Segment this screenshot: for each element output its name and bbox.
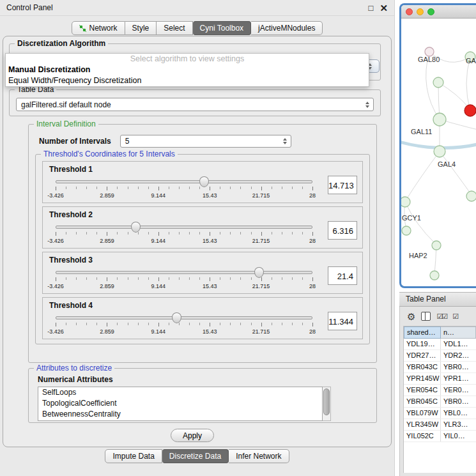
columns-icon[interactable] xyxy=(421,312,431,321)
list-scrollbar[interactable] xyxy=(323,387,331,421)
slider-ticks xyxy=(56,187,312,191)
threshold-value-field[interactable]: 11.344 xyxy=(328,312,357,330)
table-cell: YBL0… xyxy=(441,408,476,418)
tab-label: Select xyxy=(164,24,185,33)
table-panel-toolbar: ⚙ ☑☑ ☑ xyxy=(400,307,476,326)
svg-text:GAL11: GAL11 xyxy=(411,128,432,135)
float-window-icon[interactable]: □ xyxy=(369,4,374,12)
group-title: Attributes to discretize xyxy=(34,364,114,373)
algorithm-option[interactable]: Equal Width/Frequency Discretization xyxy=(6,75,369,86)
table-cell: YDL1… xyxy=(441,339,476,349)
gear-icon[interactable]: ⚙ xyxy=(407,312,415,321)
network-canvas[interactable]: GAL80 GA GAL11 GAL4 GCY1 HAP2 xyxy=(401,19,476,288)
network-node xyxy=(434,146,445,157)
table-data-combo[interactable]: galFiltered.sif default node xyxy=(16,98,374,111)
slider-track[interactable] xyxy=(56,271,312,274)
selected-network-node[interactable] xyxy=(464,105,476,116)
network-icon xyxy=(79,25,86,32)
threshold-label: Threshold 3 xyxy=(49,256,357,265)
table-cell: YDL19… xyxy=(404,339,441,349)
tab-select[interactable]: Select xyxy=(157,21,192,35)
control-panel-titlebar: Control Panel □ ✕ xyxy=(0,0,394,16)
top-tab-bar: NetworkStyleSelectCyni ToolboxjActiveMNo… xyxy=(0,21,394,35)
close-icon[interactable]: ✕ xyxy=(380,4,388,12)
group-title: Threshold's Coordinates for 5 Intervals xyxy=(41,150,178,159)
tab-network[interactable]: Network xyxy=(72,21,125,35)
table-row[interactable]: YER054CYER0… xyxy=(404,385,476,396)
group-title: Interval Definition xyxy=(34,119,98,129)
network-window-titlebar xyxy=(401,5,476,19)
slider-ticks xyxy=(56,323,312,327)
tab-label: Impute Data xyxy=(112,452,154,461)
slider-thumb[interactable] xyxy=(172,312,181,323)
numerical-attributes-title: Numerical Attributes xyxy=(38,375,376,384)
threshold-value-field[interactable]: 21.4 xyxy=(328,266,357,285)
threshold-value-field[interactable]: 6.316 xyxy=(328,221,357,240)
num-intervals-combo[interactable]: 5 xyxy=(120,135,291,148)
bottom-tab-bar: Impute DataDiscretize DataInfer Network xyxy=(0,449,394,463)
toggle-columns-icon[interactable]: ☑ xyxy=(452,312,457,321)
tab-infer-network[interactable]: Infer Network xyxy=(229,449,289,463)
tab-jactivemnodules[interactable]: jActiveMNodules xyxy=(251,21,323,35)
table-row[interactable]: YPR145WYPR1… xyxy=(404,373,476,385)
algorithm-dropdown-popup: Select algorithm to view settings Manual… xyxy=(5,53,369,87)
slider-thumb[interactable] xyxy=(131,222,141,233)
table-row[interactable]: YDR27…YDR2… xyxy=(404,350,476,362)
svg-text:GAL80: GAL80 xyxy=(418,56,440,63)
slider-track[interactable] xyxy=(56,180,312,183)
tab-label: Network xyxy=(89,24,118,33)
close-traffic-light-icon[interactable] xyxy=(406,8,413,15)
svg-text:GAL4: GAL4 xyxy=(438,160,456,168)
algorithm-option[interactable]: Manual Discretization xyxy=(6,65,369,75)
table-panel-header[interactable]: Table Panel xyxy=(399,292,476,307)
slider-track[interactable] xyxy=(56,226,312,229)
algorithm-options: Manual DiscretizationEqual Width/Frequen… xyxy=(6,65,369,86)
node-table: shared…n… YDL19…YDL1…YDR27…YDR2…YBR043CY… xyxy=(403,326,476,473)
apply-button[interactable]: Apply xyxy=(171,429,214,442)
threshold-panel: Threshold 4 -3.4262.8599.14415.4321.7152… xyxy=(42,297,363,339)
tab-discretize-data[interactable]: Discretize Data xyxy=(162,449,229,463)
window-title: Control Panel xyxy=(6,3,53,12)
threshold-slider[interactable]: -3.4262.8599.14415.4321.71528 xyxy=(48,266,320,292)
svg-text:HAP2: HAP2 xyxy=(409,252,427,259)
list-item[interactable]: TopologicalCoefficient xyxy=(38,398,322,409)
table-cell: YER0… xyxy=(441,385,476,395)
threshold-slider[interactable]: -3.4262.8599.14415.4321.71528 xyxy=(48,221,320,247)
tab-impute-data[interactable]: Impute Data xyxy=(105,449,162,463)
slider-thumb[interactable] xyxy=(254,267,264,278)
table-row[interactable]: YDL19…YDL1… xyxy=(404,339,476,350)
tab-label: Discretize Data xyxy=(169,452,221,461)
table-cell: YBR0… xyxy=(441,362,476,372)
table-row[interactable]: YBR045CYBR0… xyxy=(404,396,476,408)
tab-label: Cyni Toolbox xyxy=(200,24,243,33)
table-row[interactable]: YBL079WYBL0… xyxy=(404,408,476,419)
threshold-slider[interactable]: -3.4262.8599.14415.4321.71528 xyxy=(48,176,320,201)
list-item[interactable]: BetweennessCentrality xyxy=(38,409,322,420)
column-header[interactable]: shared… xyxy=(404,326,441,339)
tab-style[interactable]: Style xyxy=(125,21,157,35)
table-row[interactable]: YLR345WYLR3… xyxy=(404,419,476,431)
threshold-panel: Threshold 1 -3.4262.8599.14415.4321.7152… xyxy=(42,161,363,203)
threshold-label: Threshold 4 xyxy=(49,301,357,310)
minimize-traffic-light-icon[interactable] xyxy=(417,8,424,15)
control-panel-window: Control Panel □ ✕ NetworkStyleSelectCyni… xyxy=(0,0,395,476)
network-node xyxy=(402,226,411,235)
dropdown-placeholder: Select algorithm to view settings xyxy=(6,54,369,65)
scrollbar-thumb[interactable] xyxy=(323,388,330,415)
slider-track[interactable] xyxy=(56,316,312,319)
tab-cyni-toolbox[interactable]: Cyni Toolbox xyxy=(193,21,251,35)
threshold-value-field[interactable]: 14.713 xyxy=(328,176,357,194)
threshold-slider[interactable]: -3.4262.8599.14415.4321.71528 xyxy=(48,312,320,337)
numerical-attributes-list[interactable]: SelfLoopsTopologicalCoefficientBetweenne… xyxy=(38,387,323,421)
column-header[interactable]: n… xyxy=(441,326,476,339)
combo-stepper-icon xyxy=(283,138,291,144)
list-item[interactable]: SelfLoops xyxy=(38,387,322,398)
network-view-window: GAL80 GA GAL11 GAL4 GCY1 HAP2 xyxy=(399,3,476,288)
zoom-traffic-light-icon[interactable] xyxy=(427,8,434,15)
select-columns-icon[interactable]: ☑☑ xyxy=(436,312,447,321)
table-row[interactable]: YBR043CYBR0… xyxy=(404,362,476,373)
slider-thumb[interactable] xyxy=(199,176,209,187)
table-cell: YBR0… xyxy=(441,396,476,407)
table-row[interactable]: YIL052CYIL0… xyxy=(404,431,476,442)
attributes-group: Attributes to discretize Numerical Attri… xyxy=(28,368,377,423)
